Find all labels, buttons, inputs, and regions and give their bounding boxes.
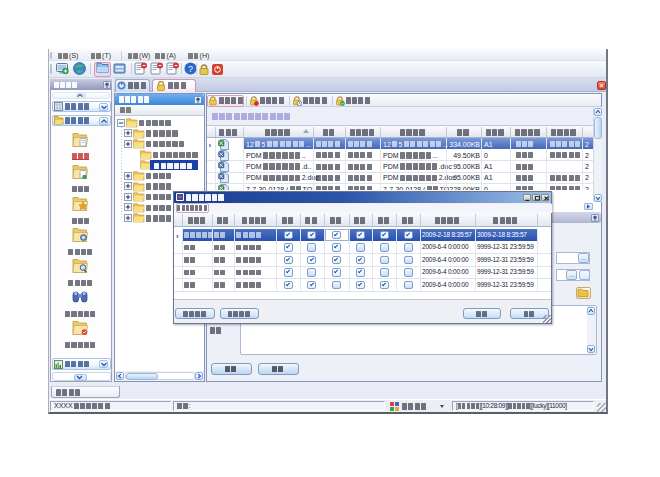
svg-text:?: ? <box>188 64 193 74</box>
